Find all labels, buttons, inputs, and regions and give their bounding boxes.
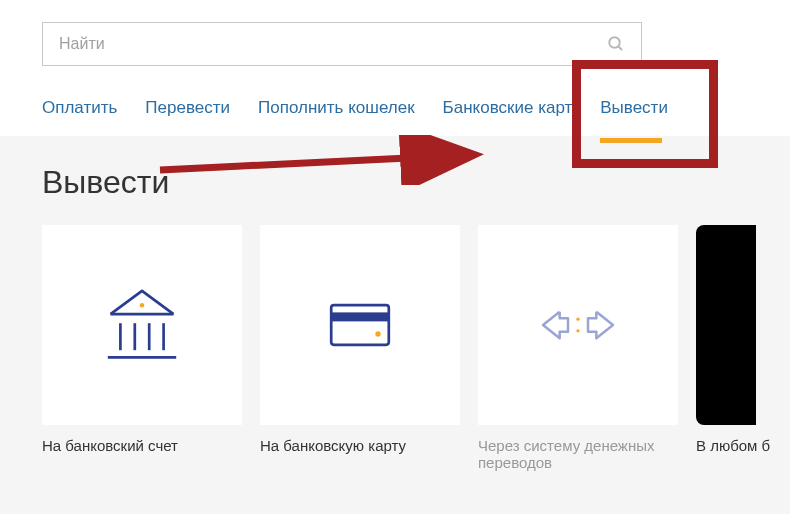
search-input[interactable] <box>59 35 607 53</box>
card-bank-card[interactable] <box>260 225 460 425</box>
search-icon <box>607 35 625 53</box>
svg-line-1 <box>618 46 622 50</box>
nav-tab-transfer[interactable]: Перевести <box>145 98 230 118</box>
card-label-bank-card: На банковскую карту <box>260 437 460 454</box>
nav-tab-withdraw[interactable]: Вывести <box>600 98 668 118</box>
card-label-bank-account: На банковский счет <box>42 437 242 454</box>
transfer-icon <box>528 280 628 370</box>
page-title: Вывести <box>42 164 748 201</box>
card-bank-account[interactable] <box>42 225 242 425</box>
svg-point-12 <box>576 318 579 321</box>
svg-rect-10 <box>331 312 389 321</box>
highlight-underline <box>600 138 662 143</box>
card-any[interactable] <box>696 225 756 425</box>
svg-rect-9 <box>331 305 389 345</box>
cards-row: На банковский счет На банковскую карту <box>42 225 748 471</box>
card-transfer-system[interactable] <box>478 225 678 425</box>
card-label-transfer-system: Через систему денежных переводов <box>478 437 678 471</box>
nav-tab-pay[interactable]: Оплатить <box>42 98 117 118</box>
bank-icon <box>97 280 187 370</box>
nav-tab-cards[interactable]: Банковские карт <box>443 98 573 118</box>
svg-point-13 <box>576 329 579 332</box>
svg-point-8 <box>140 303 145 308</box>
svg-point-0 <box>609 37 620 48</box>
card-label-any: В любом б <box>696 437 756 454</box>
nav-tab-topup[interactable]: Пополнить кошелек <box>258 98 415 118</box>
search-box[interactable] <box>42 22 642 66</box>
card-icon <box>315 280 405 370</box>
nav-tabs: Оплатить Перевести Пополнить кошелек Бан… <box>42 98 748 136</box>
svg-point-11 <box>375 331 380 336</box>
